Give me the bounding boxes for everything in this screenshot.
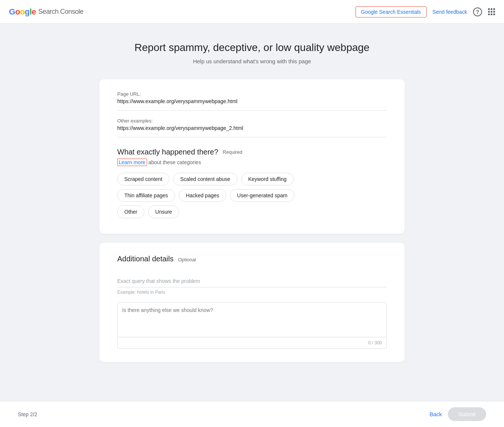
- page-url-value: https://www.example.org/veryspammywebpag…: [117, 98, 387, 111]
- chip-hacked-pages[interactable]: Hacked pages: [179, 189, 226, 202]
- other-examples-value: https://www.example.org/veryspammywebpag…: [117, 125, 387, 137]
- learn-more-link[interactable]: Learn more: [117, 159, 147, 166]
- logo-letter-g: G: [9, 7, 15, 17]
- chip-unsure[interactable]: Unsure: [148, 205, 179, 218]
- header-left: Google Search Console: [9, 7, 83, 17]
- apps-icon[interactable]: [488, 8, 495, 15]
- chips-row-3: Other Unsure: [117, 205, 387, 218]
- optional-badge: Optional: [178, 257, 196, 262]
- learn-more-text: Learn more about these categories: [117, 159, 387, 165]
- chip-thin-affiliate-pages[interactable]: Thin affiliate pages: [117, 189, 175, 202]
- logo-letter-g2: g: [25, 7, 30, 17]
- page-footer: Step 2/2 Back Submit: [0, 401, 504, 427]
- grid-dot: [493, 13, 495, 15]
- grid-dot: [488, 11, 490, 13]
- grid-dot: [491, 11, 492, 13]
- required-badge: Required: [223, 149, 242, 155]
- essentials-button[interactable]: Google Search Essentials: [355, 6, 427, 17]
- other-examples-label: Other examples:: [117, 118, 387, 124]
- help-icon[interactable]: ?: [473, 7, 482, 16]
- textarea-wrapper: 0 / 300: [117, 302, 387, 349]
- send-feedback-button[interactable]: Send feedback: [433, 9, 467, 15]
- chip-keyword-stuffing[interactable]: Keyword stuffing: [241, 173, 294, 185]
- app-header: Google Search Console Google Search Esse…: [0, 0, 504, 24]
- additional-details-title: Additional details: [117, 255, 173, 263]
- textarea-group: 0 / 300: [117, 302, 387, 349]
- page-subtitle: Help us understand what's wrong with thi…: [99, 58, 405, 64]
- app-name: Search Console: [38, 8, 83, 16]
- additional-textarea[interactable]: [118, 303, 386, 335]
- chip-user-generated-spam[interactable]: User-generated spam: [230, 189, 294, 202]
- google-logo: Google Search Console: [9, 7, 83, 17]
- grid-dot: [488, 13, 490, 15]
- url-card: Page URL: https://www.example.org/verysp…: [99, 79, 405, 234]
- page-url-label: Page URL:: [117, 91, 387, 97]
- logo-letter-e: e: [32, 7, 36, 17]
- page-title: Report spammy, deceptive, or low quality…: [99, 42, 405, 54]
- additional-details-title-row: Additional details Optional: [117, 255, 387, 266]
- chips-row-2: Thin affiliate pages Hacked pages User-g…: [117, 189, 387, 202]
- footer-buttons: Back Submit: [430, 407, 486, 421]
- grid-dot: [488, 8, 490, 10]
- step-label: Step 2/2: [18, 411, 37, 417]
- query-input[interactable]: [117, 275, 387, 287]
- query-hint: Example: hotels in Paris: [117, 290, 387, 295]
- back-button[interactable]: Back: [430, 411, 442, 417]
- learn-more-suffix: about these categories: [147, 159, 201, 165]
- chips-row-1: Scraped content Scaled content abuse Key…: [117, 173, 387, 185]
- additional-details-card: Additional details Optional Example: hot…: [99, 243, 405, 362]
- logo-letter-o1: o: [15, 7, 20, 17]
- chip-other[interactable]: Other: [117, 205, 144, 218]
- grid-dot: [491, 13, 492, 15]
- grid-dot: [493, 11, 495, 13]
- query-input-group: Example: hotels in Paris: [117, 275, 387, 295]
- chip-scaled-content-abuse[interactable]: Scaled content abuse: [173, 173, 237, 185]
- submit-button[interactable]: Submit: [448, 407, 486, 421]
- grid-dot: [493, 8, 495, 10]
- categories-title-text: What exactly happened there?: [117, 148, 218, 156]
- char-count: 0 / 300: [118, 337, 386, 348]
- grid-dot: [491, 8, 492, 10]
- header-right: Google Search Essentials Send feedback ?: [355, 6, 495, 17]
- categories-section-title: What exactly happened there? Required: [117, 148, 387, 156]
- chip-scraped-content[interactable]: Scraped content: [117, 173, 169, 185]
- main-content: Report spammy, deceptive, or low quality…: [92, 24, 412, 401]
- logo-letter-o2: o: [20, 7, 25, 17]
